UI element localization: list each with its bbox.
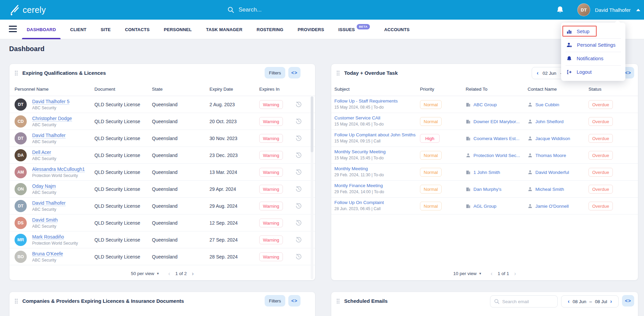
related-to-link[interactable]: Downer EDI Marybor... [473,119,520,124]
task-subject-link[interactable]: Monthly Security Meeting [334,149,386,154]
contact-name-link[interactable]: Thomas Moore [535,153,566,158]
date-prev-icon[interactable]: ‹ [568,298,570,304]
tab-site[interactable]: SITE [93,20,118,39]
contact-name-link[interactable]: Sue Cubbin [535,102,559,107]
tab-contacts[interactable]: CONTACTS [118,20,157,39]
related-to-link[interactable]: Coomera Waters Est... [473,136,519,141]
contact-name-link[interactable]: Jamie O'Donnell [535,203,569,208]
building-icon [466,170,471,175]
tab-issues[interactable]: ISSUESBETA [331,20,377,39]
tab-rostering[interactable]: ROSTERING [249,20,290,39]
contact-name-link[interactable]: David Wonderful [535,170,569,175]
menu-item-setup[interactable]: Setup [561,25,625,38]
contact-name-link[interactable]: Jacque Widdison [535,136,570,141]
menu-item-logout[interactable]: Logout [561,65,625,79]
next-page-icon[interactable]: › [192,271,194,276]
tab-accounts[interactable]: ACCOUNTS [377,20,417,39]
expand-button[interactable]: <> [288,295,301,307]
history-icon[interactable] [295,118,302,126]
personnel-name-link[interactable]: Christopher Dodge [32,116,72,121]
history-icon[interactable] [295,253,302,261]
column-expires-in: Expires In [259,87,280,92]
notifications-bell-icon[interactable] [556,6,564,15]
history-icon[interactable] [295,101,302,109]
menu-item-personal-settings[interactable]: Personal Settings [561,38,625,52]
hamburger-menu-icon[interactable] [9,26,17,34]
contact-name-link[interactable]: Micheal Smith [535,186,564,191]
drag-handle-icon[interactable] [336,70,340,77]
personnel-name-link[interactable]: David Thalhofer 5 [32,99,69,105]
date-next-icon[interactable]: › [610,298,612,304]
personnel-company: ABC Security [32,258,63,263]
tab-dashboard[interactable]: DASHBOARD [20,20,63,39]
personnel-name-link[interactable]: Mark Rosadiño [32,234,64,240]
personnel-name-link[interactable]: Bruna O'Keefe [32,251,63,257]
state-cell: Queensland [152,136,178,141]
drag-handle-icon[interactable] [336,298,340,305]
next-page-icon[interactable]: › [514,271,516,276]
task-subject-link[interactable]: Follow Up Compliant about John Smiths [334,132,416,137]
prev-page-icon[interactable]: ‹ [168,271,170,276]
task-subject-link[interactable]: Customer Service CAll [334,115,384,120]
avatar: ON [15,183,27,195]
history-icon[interactable] [295,169,302,177]
expand-button[interactable]: <> [622,295,634,307]
scrollbar-thumb[interactable] [311,96,313,152]
expand-button[interactable]: <> [288,67,301,78]
history-icon[interactable] [295,186,302,194]
task-subject-link[interactable]: Monthly Meeting [334,166,384,171]
panel-title: Expiring Qualifications & Licences [22,70,106,76]
personnel-name-link[interactable]: David Smith [32,217,58,223]
related-to-link[interactable]: 1 John Smith [473,170,500,175]
search-input[interactable] [239,6,316,13]
related-to-link[interactable]: AGL Group [473,203,496,208]
user-menu-trigger[interactable]: DT David Thalhofer [577,3,640,16]
personnel-name-link[interactable]: Oday Najm [32,183,56,189]
email-search-input[interactable] [502,299,553,304]
main-nav: DASHBOARD CLIENT SITE CONTACTS PERSONNEL… [0,20,644,39]
personnel-name-link[interactable]: Dell Acer [32,150,51,155]
expiry-date-cell: 2 Aug. 2023 [209,102,235,107]
filters-button[interactable]: Filters [265,295,285,307]
tab-providers[interactable]: PROVIDERS [290,20,331,39]
history-icon[interactable] [295,203,302,210]
task-subject-link[interactable]: Follow Up - Staff Requirements [334,98,398,104]
contact-name-link[interactable]: John Shelford [535,119,563,124]
priority-badge: Normal [420,151,442,160]
tab-client[interactable]: CLIENT [63,20,93,39]
menu-item-notifications[interactable]: Notifications [561,52,625,65]
related-to-link[interactable]: ABC Group [473,102,497,107]
personnel-name-link[interactable]: David Thalhofer [32,200,66,206]
history-icon[interactable] [295,220,302,227]
filters-button[interactable]: Filters [265,67,285,78]
history-icon[interactable] [295,152,302,160]
task-meta: 15 May 2024, 08:45 | To-do [334,122,384,127]
tab-personnel[interactable]: PERSONNEL [157,20,199,39]
per-view-select[interactable]: 50 per view ▾ [131,271,159,276]
drag-handle-icon[interactable] [15,70,18,77]
table-row: ON Oday Najm ABC Security QLD Security L… [9,181,315,198]
expiry-date-cell: 13 Mar. 2024 [209,170,237,175]
history-icon[interactable] [295,236,302,244]
per-view-select[interactable]: 10 per view ▾ [453,271,481,276]
person-icon [466,153,471,158]
column-personnel-name: Personnel Name [15,87,49,92]
related-to-link[interactable]: Dan Murphy's [473,186,502,191]
state-cell: Queensland [152,203,178,209]
date-range-picker: ‹ 08 Jun – 08 Jul › [561,295,619,308]
date-prev-icon[interactable]: ‹ [537,70,538,76]
task-subject-link[interactable]: Follow Up On Complaint [334,200,384,205]
task-subject-link[interactable]: Montly Finance Meeting [334,183,384,188]
document-cell: QLD Security License [94,153,140,158]
tab-task-manager[interactable]: TASK MANAGER [199,20,250,39]
personnel-company: ABC Security [32,139,66,144]
personnel-name-link[interactable]: David Thalhofer [32,133,66,138]
search-icon [494,299,499,304]
history-icon[interactable] [295,135,302,143]
personnel-name-link[interactable]: Alessandra McCullough1 [32,166,85,172]
avatar: DA [15,149,27,161]
prev-page-icon[interactable]: ‹ [491,271,493,276]
task-meta: 15 May 2024, 15:45 | To-do [334,156,386,160]
related-to-link[interactable]: Protection World Sec... [473,153,520,158]
drag-handle-icon[interactable] [15,298,18,305]
